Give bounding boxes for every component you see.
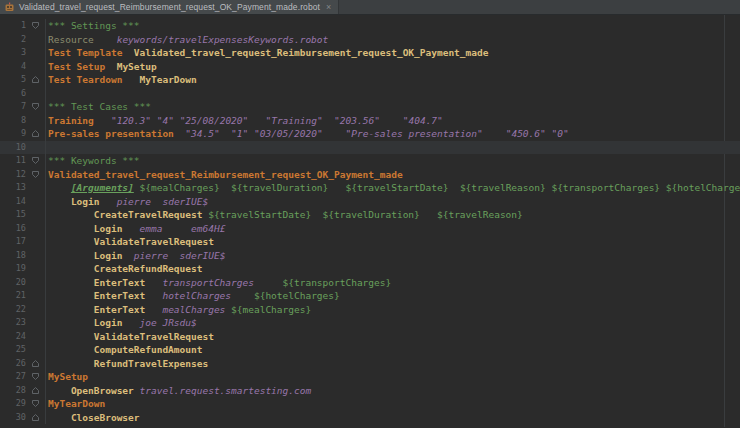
- editor-tab-bar: Validated_travel_request_Reimbursement_r…: [0, 0, 740, 15]
- code-line[interactable]: 29MyTearDown: [0, 397, 740, 411]
- code-token: Resource: [48, 34, 94, 45]
- code-token: MySetup: [117, 61, 157, 72]
- code-line[interactable]: 23 Login joe JRsdu$: [0, 316, 740, 330]
- fold-marker-icon[interactable]: [26, 154, 46, 168]
- line-number: 9: [0, 127, 26, 141]
- code-token: "404.7": [403, 115, 443, 126]
- code-line[interactable]: 21 EnterText hotelCharges ${hotelCharges…: [0, 289, 740, 303]
- line-number: 7: [0, 100, 26, 114]
- code-token: "203.56": [334, 115, 380, 126]
- code-line[interactable]: 10: [0, 141, 740, 155]
- code-line[interactable]: 30 CloseBrowser: [0, 411, 740, 425]
- close-icon[interactable]: ×: [324, 3, 331, 12]
- code-text: [Arguments] ${mealCharges} ${travelDurat…: [46, 181, 740, 195]
- line-number: 10: [0, 141, 26, 155]
- code-token: ${travelDuration}: [231, 182, 328, 193]
- code-line[interactable]: 22 EnterText mealCharges ${mealCharges}: [0, 303, 740, 317]
- code-token: ${mealCharges}: [231, 304, 311, 315]
- code-line[interactable]: 26 RefundTravelExpenses: [0, 357, 740, 371]
- code-token: [48, 263, 94, 274]
- code-token: keywords/travelExpensesKeywords.robot: [117, 34, 329, 45]
- code-line[interactable]: 2Resource keywords/travelExpensesKeyword…: [0, 33, 740, 47]
- code-line[interactable]: 16 Login emma em64H£: [0, 222, 740, 236]
- code-token: mealCharges: [162, 304, 225, 315]
- code-text: CreateRefundRequest: [46, 262, 202, 276]
- code-line[interactable]: 3Test Template Validated_travel_request_…: [0, 46, 740, 60]
- code-line[interactable]: 17 ValidateTravelRequest: [0, 235, 740, 249]
- code-token: Validated_travel_request_Reimbursement_r…: [48, 169, 403, 180]
- code-token: [122, 47, 133, 58]
- fold-marker-icon[interactable]: [26, 127, 46, 141]
- code-token: [48, 304, 94, 315]
- code-token: [448, 182, 459, 193]
- code-text: Test Template Validated_travel_request_R…: [46, 46, 488, 60]
- code-line[interactable]: 25 ComputeRefundAmount: [0, 343, 740, 357]
- code-line[interactable]: 19 CreateRefundRequest: [0, 262, 740, 276]
- code-text: CloseBrowser: [46, 411, 140, 425]
- code-text: RefundTravelExpenses: [46, 357, 208, 371]
- code-token: "Training": [265, 115, 322, 126]
- code-text: Login pierre sderIUE$: [46, 195, 208, 209]
- code-text: Login joe JRsdu$: [46, 316, 197, 330]
- code-token: "450.6": [506, 128, 546, 139]
- code-token: [483, 128, 506, 139]
- code-token: ValidateTravelRequest: [94, 331, 214, 342]
- code-line[interactable]: 28 OpenBrowser travel.request.smartestin…: [0, 384, 740, 398]
- code-line[interactable]: 5Test Teardown MyTearDown: [0, 73, 740, 87]
- code-token: [220, 128, 231, 139]
- code-token: [248, 115, 265, 126]
- line-number: 20: [0, 276, 26, 290]
- code-line[interactable]: 20 EnterText transportCharges ${transpor…: [0, 276, 740, 290]
- code-line[interactable]: 24 ValidateTravelRequest: [0, 330, 740, 344]
- code-line[interactable]: 12Validated_travel_request_Reimbursement…: [0, 168, 740, 182]
- code-text: Login emma em64H£: [46, 222, 225, 236]
- code-lines: 1*** Settings ***2Resource keywords/trav…: [0, 19, 740, 424]
- fold-column: [26, 303, 46, 317]
- code-line[interactable]: 8Training "120.3" "4" "25/08/2020" "Trai…: [0, 114, 740, 128]
- code-line[interactable]: 1*** Settings ***: [0, 19, 740, 33]
- code-token: [311, 209, 322, 220]
- code-token: [145, 277, 162, 288]
- code-line[interactable]: 7*** Test Cases ***: [0, 100, 740, 114]
- code-text: *** Keywords ***: [46, 154, 140, 168]
- code-line[interactable]: 11*** Keywords ***: [0, 154, 740, 168]
- fold-column: [26, 46, 46, 60]
- fold-marker-icon[interactable]: [26, 168, 46, 182]
- code-token: pierre: [134, 250, 168, 261]
- fold-column: [26, 60, 46, 74]
- fold-marker-icon[interactable]: [26, 19, 46, 33]
- line-number: 17: [0, 235, 26, 249]
- fold-marker-icon[interactable]: [26, 397, 46, 411]
- code-line[interactable]: 15 CreateTravelRequest ${travelStartDate…: [0, 208, 740, 222]
- code-text: [46, 141, 48, 155]
- code-line[interactable]: 18 Login pierre sderIUE$: [0, 249, 740, 263]
- fold-marker-icon[interactable]: [26, 384, 46, 398]
- code-line[interactable]: 4Test Setup MySetup: [0, 60, 740, 74]
- fold-marker-icon[interactable]: [26, 357, 46, 371]
- code-token: ${hotelCharges}: [254, 290, 340, 301]
- code-line[interactable]: 14 Login pierre sderIUE$: [0, 195, 740, 209]
- line-number: 21: [0, 289, 26, 303]
- code-line[interactable]: 13 [Arguments] ${mealCharges} ${travelDu…: [0, 181, 740, 195]
- fold-marker-icon[interactable]: [26, 370, 46, 384]
- fold-marker-icon[interactable]: [26, 73, 46, 87]
- file-tab[interactable]: Validated_travel_request_Reimbursement_r…: [0, 0, 339, 14]
- code-line[interactable]: 27MySetup: [0, 370, 740, 384]
- code-line[interactable]: 6: [0, 87, 740, 101]
- code-text: *** Test Cases ***: [46, 100, 151, 114]
- code-line[interactable]: 9Pre-sales presentation "34.5" "1" "03/0…: [0, 127, 740, 141]
- code-token: em64H£: [191, 223, 225, 234]
- fold-column: [26, 87, 46, 101]
- code-editor[interactable]: 1*** Settings ***2Resource keywords/trav…: [0, 15, 740, 427]
- code-token: sderIUE$: [162, 196, 208, 207]
- code-token: [122, 223, 139, 234]
- code-text: [46, 87, 48, 101]
- fold-marker-icon[interactable]: [26, 100, 46, 114]
- code-token: "1": [231, 128, 248, 139]
- code-token: "Pre-sales presentation": [346, 128, 483, 139]
- fold-marker-icon[interactable]: [26, 411, 46, 425]
- code-token: transportCharges: [162, 277, 254, 288]
- code-text: Test Teardown MyTearDown: [46, 73, 197, 87]
- code-token: [151, 196, 162, 207]
- code-token: [48, 277, 94, 288]
